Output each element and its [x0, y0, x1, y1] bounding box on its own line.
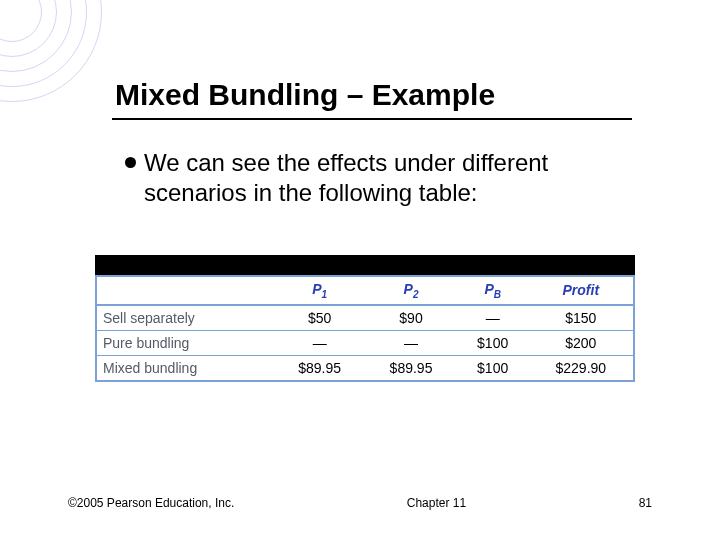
- col-header-p2: P2: [365, 277, 456, 305]
- bullet-line-1: We can see the effects under different: [144, 148, 548, 178]
- row-label: Pure bundling: [97, 330, 274, 355]
- decorative-circles: [0, 0, 102, 102]
- slide: Mixed Bundling – Example We can see the …: [0, 0, 720, 540]
- pricing-table: P1 P2 PB Profit Sell separately $50 $90 …: [95, 255, 635, 382]
- cell-profit: $150: [529, 305, 633, 331]
- cell-p1: —: [274, 330, 365, 355]
- cell-p2: —: [365, 330, 456, 355]
- cell-p1: $50: [274, 305, 365, 331]
- col-header-pb: PB: [457, 277, 529, 305]
- footer-copyright: ©2005 Pearson Education, Inc.: [68, 496, 234, 510]
- cell-p1: $89.95: [274, 355, 365, 380]
- col-header-p1: P1: [274, 277, 365, 305]
- row-label: Mixed bundling: [97, 355, 274, 380]
- cell-p2: $90: [365, 305, 456, 331]
- cell-pb: —: [457, 305, 529, 331]
- row-label: Sell separately: [97, 305, 274, 331]
- table-row: Mixed bundling $89.95 $89.95 $100 $229.9…: [97, 355, 633, 380]
- title-underline: [112, 118, 632, 120]
- bullet-icon: [125, 157, 136, 168]
- table-row: Pure bundling — — $100 $200: [97, 330, 633, 355]
- cell-profit: $200: [529, 330, 633, 355]
- cell-profit: $229.90: [529, 355, 633, 380]
- cell-pb: $100: [457, 355, 529, 380]
- body-text: We can see the effects under different s…: [125, 148, 635, 208]
- cell-p2: $89.95: [365, 355, 456, 380]
- footer: ©2005 Pearson Education, Inc. Chapter 11…: [68, 496, 652, 510]
- col-header-profit: Profit: [529, 277, 633, 305]
- table-header-row: P1 P2 PB Profit: [97, 277, 633, 305]
- table-row: Sell separately $50 $90 — $150: [97, 305, 633, 331]
- bullet-line-2: scenarios in the following table:: [125, 178, 635, 208]
- footer-page: 81: [639, 496, 652, 510]
- footer-chapter: Chapter 11: [407, 496, 466, 510]
- slide-title: Mixed Bundling – Example: [115, 78, 495, 112]
- col-header-empty: [97, 277, 274, 305]
- cell-pb: $100: [457, 330, 529, 355]
- table-top-bar: [95, 255, 635, 275]
